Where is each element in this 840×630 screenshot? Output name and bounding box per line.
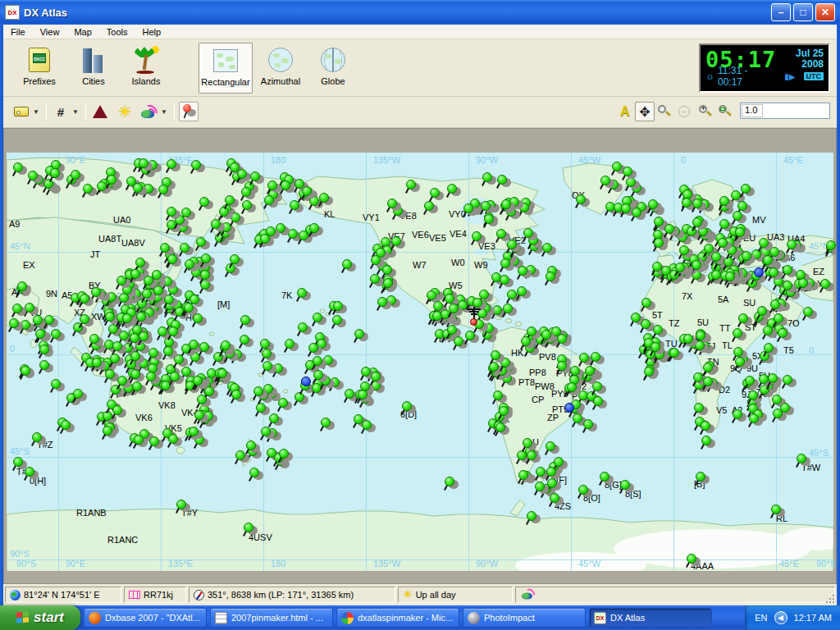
menu-file[interactable]: File xyxy=(3,25,33,39)
menu-help[interactable]: Help xyxy=(135,25,168,39)
zoom-level-field[interactable]: 1.0 xyxy=(740,103,830,119)
island-pin xyxy=(500,275,514,290)
prefix-label: R1ANB xyxy=(76,508,107,518)
measure-button[interactable]: A xyxy=(615,102,635,121)
photoimpact-icon xyxy=(468,612,480,624)
cities-buildings-icon xyxy=(81,47,106,73)
island-pin xyxy=(116,276,131,290)
island-pin xyxy=(21,366,35,381)
task-dxatlas[interactable]: DX DX Atlas xyxy=(589,608,712,628)
propagation-button[interactable] xyxy=(139,102,159,121)
island-pin xyxy=(308,343,323,358)
menu-bar: File View Map Tools Help xyxy=(3,25,837,39)
prefix-label: VE6 xyxy=(412,230,429,240)
utc-badge[interactable]: UTC xyxy=(804,72,824,80)
island-pin xyxy=(770,299,785,314)
title-bar[interactable]: DX DX Atlas – □ ✕ xyxy=(0,0,840,25)
projection-rectangular-button[interactable]: Rectangular xyxy=(199,43,253,94)
island-pin xyxy=(735,357,750,372)
grid-coordinate-label: 45°N xyxy=(10,241,30,251)
island-pin xyxy=(319,193,334,208)
pyramid-icon xyxy=(93,105,107,118)
zoom-tool-button[interactable] xyxy=(655,102,674,121)
zoom-level-value[interactable]: 1.0 xyxy=(742,104,763,117)
island-pin xyxy=(211,219,226,234)
close-button[interactable]: ✕ xyxy=(815,3,835,21)
prefix-label: UA0 xyxy=(113,215,130,225)
island-pin xyxy=(733,409,747,424)
azimuthal-map-icon xyxy=(268,48,293,72)
islands-button[interactable]: Islands xyxy=(121,43,171,94)
notepad-icon xyxy=(215,612,227,624)
island-pin xyxy=(61,420,75,435)
grid-dropdown[interactable]: ▼ xyxy=(71,102,80,121)
island-pin xyxy=(675,262,690,277)
grid-coordinate-label: 90°W xyxy=(476,559,498,568)
island-pin xyxy=(132,381,147,396)
minimize-button[interactable]: – xyxy=(771,3,791,21)
resize-grip[interactable] xyxy=(825,594,835,604)
pan-button[interactable]: ✥ xyxy=(635,102,655,121)
task-photoimpact[interactable]: PhotoImpact xyxy=(463,608,586,628)
tray-chevron-icon[interactable]: ◀ xyxy=(774,611,788,624)
island-pin xyxy=(193,376,208,390)
grid-coordinate-label: 180 xyxy=(271,559,285,568)
island-pin xyxy=(654,238,669,253)
island-pin xyxy=(771,504,786,519)
sun-terminator-button[interactable]: ☀ xyxy=(115,102,135,121)
propagation-dropdown[interactable]: ▼ xyxy=(159,102,169,121)
pin-icon xyxy=(181,104,196,119)
maximize-button[interactable]: □ xyxy=(793,3,813,21)
island-pin xyxy=(583,419,598,434)
island-pin xyxy=(13,162,28,177)
zoom-in-button[interactable]: + xyxy=(696,102,715,121)
prefix-label: T5 xyxy=(783,345,794,355)
language-indicator[interactable]: EN xyxy=(755,613,767,623)
pins-toggle-button[interactable] xyxy=(179,102,199,121)
island-pin xyxy=(194,410,209,425)
prefix-label: 5U xyxy=(697,317,709,327)
task-dxbase[interactable]: Dxbase 2007 - "DXAtl... xyxy=(84,608,207,628)
island-pin xyxy=(80,294,94,308)
island-pin xyxy=(482,172,497,187)
island-pin xyxy=(424,201,439,216)
task-dxatlaspinmaker[interactable]: dxatlaspinmaker - Mic... xyxy=(336,608,459,628)
island-pin xyxy=(253,386,268,401)
island-pin xyxy=(28,171,43,185)
callsign-labels-button[interactable] xyxy=(11,102,31,121)
world-map[interactable]: 90°E135°E180135°W90°W45°W045°E90°S90°E13… xyxy=(3,128,837,584)
island-pin xyxy=(683,334,698,349)
prefix-label: ZP xyxy=(547,413,559,422)
island-pin xyxy=(230,254,244,269)
main-toolbar: DXCC Prefixes Cities Islands Rectangular… xyxy=(3,39,837,97)
dxatlas-icon: DX xyxy=(594,612,606,624)
prefix-pyramid-button[interactable] xyxy=(90,102,110,121)
menu-view[interactable]: View xyxy=(33,25,67,39)
island-pin xyxy=(576,194,591,209)
island-pin xyxy=(44,315,59,330)
island-pin xyxy=(797,454,811,468)
menu-tools[interactable]: Tools xyxy=(99,25,135,39)
island-pin xyxy=(196,237,211,252)
grid-button[interactable]: # xyxy=(51,102,71,121)
start-button[interactable]: start xyxy=(0,605,80,630)
island-pin xyxy=(738,313,753,328)
prefix-label: 7X xyxy=(682,291,692,301)
projection-azimuthal-button[interactable]: Azimuthal xyxy=(256,43,305,94)
island-pin xyxy=(783,375,797,390)
island-pin xyxy=(484,214,499,229)
cities-button[interactable]: Cities xyxy=(69,43,118,94)
status-bearing: 351°, 8638 km (LP: 171°, 31365 km) xyxy=(189,587,395,603)
cities-label: Cities xyxy=(82,76,105,86)
menu-map[interactable]: Map xyxy=(66,25,98,39)
zoom-out-button[interactable]: − xyxy=(674,102,694,121)
prefixes-button[interactable]: DXCC Prefixes xyxy=(15,43,64,94)
callsign-labels-dropdown[interactable]: ▼ xyxy=(31,102,41,121)
island-pin xyxy=(692,217,707,232)
grid-coordinate-label: 45°E xyxy=(783,155,803,165)
zoom-area-button[interactable] xyxy=(715,102,735,121)
island-pin xyxy=(692,199,707,213)
projection-globe-button[interactable]: Globe xyxy=(308,43,358,94)
task-pinmaker-html[interactable]: 2007pinmaker.html - ... xyxy=(210,608,333,628)
play-icon[interactable]: ▮▶ xyxy=(784,72,795,81)
